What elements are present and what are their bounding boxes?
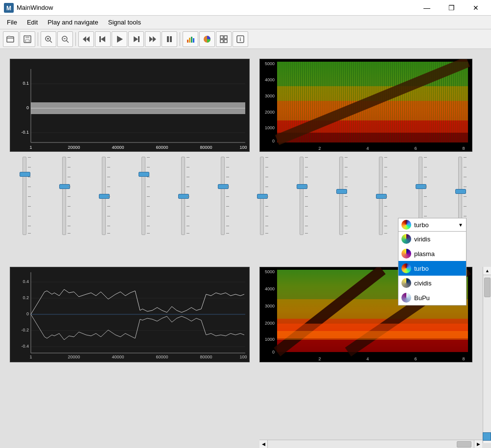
svg-marker-14 bbox=[83, 36, 86, 42]
slider-5-track[interactable] bbox=[181, 157, 185, 235]
svg-text:6: 6 bbox=[414, 146, 417, 151]
bar-chart-button[interactable] bbox=[183, 31, 198, 47]
svg-marker-21 bbox=[149, 36, 153, 42]
svg-text:80000: 80000 bbox=[200, 145, 212, 150]
svg-rect-5 bbox=[25, 36, 29, 38]
minimize-button[interactable]: — bbox=[416, 0, 438, 16]
toolbar: i bbox=[0, 29, 491, 49]
svg-text:60000: 60000 bbox=[156, 145, 168, 150]
colormap-option-bupu[interactable]: BuPu bbox=[398, 290, 466, 305]
grid-button[interactable] bbox=[216, 31, 232, 47]
save-button[interactable] bbox=[20, 31, 35, 47]
svg-rect-20 bbox=[138, 36, 140, 42]
svg-text:-0.4: -0.4 bbox=[21, 344, 29, 349]
open-button[interactable] bbox=[3, 31, 19, 47]
svg-marker-16 bbox=[101, 36, 105, 42]
slider-9-track[interactable] bbox=[339, 157, 343, 235]
colormap-dropdown[interactable]: turbo ▼ viridis plasma turbo cividis bbox=[398, 218, 467, 232]
slider-6-track[interactable] bbox=[221, 157, 225, 235]
prev-button[interactable] bbox=[95, 31, 111, 47]
svg-text:5000: 5000 bbox=[265, 269, 275, 274]
svg-marker-19 bbox=[134, 36, 138, 42]
svg-rect-27 bbox=[191, 37, 192, 43]
slider-4-handle[interactable] bbox=[139, 172, 149, 177]
colormap-preview bbox=[401, 220, 411, 230]
viridis-preview bbox=[401, 234, 411, 244]
window-title: MainWindow bbox=[17, 4, 416, 11]
scrollbar-up-arrow[interactable]: ▲ bbox=[483, 267, 491, 275]
menu-edit[interactable]: Edit bbox=[22, 17, 43, 28]
svg-text:8: 8 bbox=[462, 146, 465, 151]
svg-text:2: 2 bbox=[318, 356, 321, 361]
next-button[interactable] bbox=[128, 31, 144, 47]
pie-chart-button[interactable] bbox=[199, 31, 215, 47]
colormap-option-cividis[interactable]: cividis bbox=[398, 276, 466, 290]
bottom-scrollbar: ◀ ▶ bbox=[259, 440, 482, 448]
svg-rect-17 bbox=[99, 36, 101, 42]
svg-rect-23 bbox=[167, 36, 169, 42]
play-button[interactable] bbox=[112, 31, 127, 47]
svg-rect-24 bbox=[170, 36, 172, 42]
scrollbar-left-arrow[interactable]: ◀ bbox=[259, 440, 268, 448]
info-button[interactable]: i bbox=[233, 31, 248, 47]
slider-1-track[interactable] bbox=[23, 157, 26, 235]
slider-2-track[interactable] bbox=[62, 157, 66, 235]
svg-rect-28 bbox=[193, 38, 194, 43]
svg-text:6: 6 bbox=[414, 356, 417, 361]
slider-4-track[interactable] bbox=[141, 157, 145, 235]
slider-10-track[interactable] bbox=[379, 157, 383, 235]
svg-text:0.1: 0.1 bbox=[23, 81, 29, 86]
menu-play-navigate[interactable]: Play and navigate bbox=[43, 17, 103, 28]
svg-text:40000: 40000 bbox=[112, 354, 124, 359]
app-icon: M bbox=[4, 3, 14, 13]
slider-12-handle[interactable] bbox=[455, 189, 466, 194]
zoom-in-button[interactable] bbox=[41, 31, 56, 47]
colormap-option-viridis[interactable]: viridis bbox=[398, 232, 466, 246]
bupu-label: BuPu bbox=[414, 294, 430, 302]
turbo-label: turbo bbox=[414, 265, 429, 272]
svg-rect-3 bbox=[8, 36, 10, 37]
svg-marker-18 bbox=[117, 36, 123, 43]
svg-marker-22 bbox=[153, 36, 156, 42]
colormap-option-turbo[interactable]: turbo bbox=[398, 261, 466, 276]
toolbar-sep-2 bbox=[75, 32, 76, 46]
maximize-button[interactable]: ❐ bbox=[440, 0, 463, 16]
svg-text:100: 100 bbox=[239, 354, 247, 359]
scrollbar-thumb-right[interactable] bbox=[484, 278, 491, 297]
svg-rect-6 bbox=[25, 40, 29, 42]
slider-6 bbox=[221, 157, 225, 245]
svg-text:2: 2 bbox=[318, 146, 321, 151]
menu-file[interactable]: File bbox=[2, 17, 22, 28]
slider-4 bbox=[141, 157, 145, 245]
svg-text:-0.1: -0.1 bbox=[21, 130, 29, 135]
svg-text:80000: 80000 bbox=[200, 354, 212, 359]
colormap-option-plasma[interactable]: plasma bbox=[398, 246, 466, 261]
top-spectrogram-panel: 5000 4000 3000 2000 1000 0 2 4 6 8 bbox=[259, 59, 472, 152]
svg-text:0.4: 0.4 bbox=[23, 279, 29, 284]
slider-3-track[interactable] bbox=[102, 157, 106, 235]
pause-button[interactable] bbox=[162, 31, 177, 47]
svg-text:0: 0 bbox=[272, 139, 275, 143]
slider-8-track[interactable] bbox=[300, 157, 304, 235]
slider-2 bbox=[62, 157, 66, 245]
slider-7-track[interactable] bbox=[260, 157, 264, 235]
scrollbar-thumb-bottom[interactable] bbox=[457, 441, 471, 448]
scrollbar-corner-handle[interactable] bbox=[483, 432, 491, 441]
colormap-select-button[interactable]: turbo ▼ bbox=[398, 218, 467, 232]
zoom-out-button[interactable] bbox=[57, 31, 73, 47]
svg-text:8: 8 bbox=[462, 356, 465, 361]
slider-1-handle[interactable] bbox=[20, 172, 30, 177]
turbo-preview bbox=[401, 263, 411, 273]
cividis-preview bbox=[401, 278, 411, 288]
cividis-label: cividis bbox=[414, 280, 431, 287]
close-button[interactable]: ✕ bbox=[465, 0, 487, 16]
slider-3 bbox=[102, 157, 106, 245]
svg-text:0: 0 bbox=[272, 350, 275, 354]
scrollbar-right-arrow[interactable]: ▶ bbox=[474, 440, 482, 448]
slider-9-handle[interactable] bbox=[336, 189, 347, 194]
slider-5 bbox=[181, 157, 185, 245]
top-waveform-panel: 0.1 0 -0.1 1 20000 40000 60000 80000 100 bbox=[10, 59, 250, 152]
fast-forward-button[interactable] bbox=[145, 31, 161, 47]
menu-signal-tools[interactable]: Signal tools bbox=[103, 17, 146, 28]
rewind-button[interactable] bbox=[78, 31, 94, 47]
